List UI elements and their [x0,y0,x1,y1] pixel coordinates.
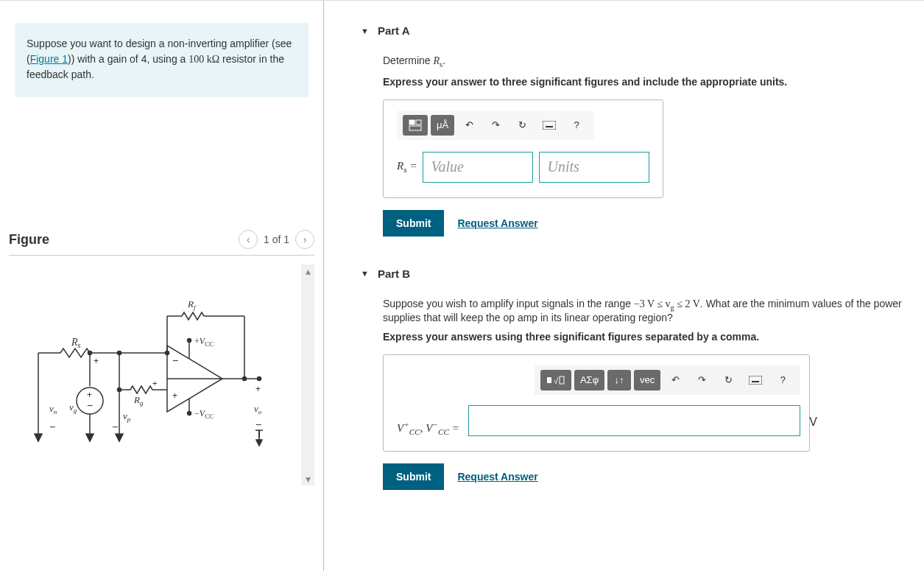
left-panel: Suppose you want to design a non-inverti… [0,1,324,571]
redo-button[interactable]: ↷ [484,115,507,136]
help-button[interactable]: ? [771,370,794,390]
part-b-title: Part B [378,267,410,280]
part-a-section: ▼ Part A Determine Rs. Express your answ… [361,15,902,237]
svg-point-51 [243,377,247,381]
svg-text:+: + [172,390,177,401]
svg-point-50 [166,351,169,355]
resistor-value: 100 kΩ [188,54,219,65]
undo-button[interactable]: ↶ [663,370,687,390]
svg-text:−: − [112,421,118,432]
reset-button[interactable]: ↻ [510,115,534,136]
sqrt-tool-button[interactable]: √ [540,370,571,390]
svg-point-39 [258,377,261,381]
units-tool-button[interactable]: μÅ [431,115,454,136]
svg-rect-67 [560,376,564,384]
figure-link[interactable]: Figure 1 [30,53,68,65]
svg-text:+: + [255,384,261,394]
help-button[interactable]: ? [565,115,588,136]
svg-text:vn: vn [49,403,57,416]
part-a-var-label: Rs = [397,160,417,174]
part-b-toolbar: √ ΑΣφ ↓↑ vec ↶ ↷ ↻ ? [535,365,800,395]
svg-text:−: − [255,418,261,430]
figure-section: Figure ‹ 1 of 1 › [9,230,314,486]
svg-text:+: + [152,379,157,388]
collapse-icon: ▼ [361,27,369,35]
svg-text:Rs: Rs [71,337,81,349]
part-a-answer-box: μÅ ↶ ↷ ↻ ? Rs = [383,99,663,198]
vec-tool-button[interactable]: vec [634,370,660,390]
svg-rect-57 [409,126,421,130]
svg-text:Rg: Rg [133,394,144,407]
part-a-instruction: Express your answer to three significant… [383,76,902,88]
figure-page-label: 1 of 1 [264,234,289,245]
part-a-title: Part A [378,24,410,37]
figure-prev-button[interactable]: ‹ [239,230,258,249]
redo-button[interactable]: ↷ [690,370,713,390]
svg-text:−: − [172,354,178,366]
part-b-unit-label: V [809,416,817,436]
svg-marker-46 [256,440,262,446]
svg-text:−: − [49,421,55,432]
figure-header: Figure ‹ 1 of 1 › [9,230,314,256]
svg-text:vg: vg [69,402,77,414]
part-a-request-answer-link[interactable]: Request Answer [457,217,537,229]
svg-text:Rf: Rf [187,298,197,311]
greek-tool-button[interactable]: ΑΣφ [574,370,604,390]
right-panel: ▼ Part A Determine Rs. Express your answ… [324,1,924,571]
svg-marker-4 [35,434,42,441]
undo-button[interactable]: ↶ [457,115,481,136]
part-b-var-label: V+CC, V−CC = [397,420,459,436]
svg-text:+: + [94,356,99,366]
svg-point-30 [188,412,191,416]
part-b-header[interactable]: ▼ Part B [361,259,902,289]
part-a-prompt: Determine Rs. [383,55,902,69]
svg-rect-65 [547,377,551,383]
scroll-down-icon[interactable]: ▾ [301,472,314,486]
svg-rect-68 [749,376,762,385]
svg-text:+: + [87,390,92,400]
svg-text:vp: vp [123,410,131,423]
part-b-prompt: Suppose you wish to amplify input signal… [383,298,902,323]
svg-rect-55 [409,120,415,125]
svg-rect-58 [543,121,556,130]
problem-text-2: )) with a gain of 4, using a [68,53,188,65]
part-b-request-answer-link[interactable]: Request Answer [457,471,537,483]
svg-text:+VCC: +VCC [194,336,214,348]
part-b-instruction: Express your answers using three signifi… [383,331,902,343]
svg-point-27 [188,339,191,343]
part-b-value-input[interactable] [468,405,800,436]
svg-text:√: √ [554,376,559,385]
value-input[interactable] [423,152,533,183]
svg-text:−: − [87,399,93,411]
svg-point-52 [88,351,92,355]
part-a-submit-button[interactable]: Submit [383,210,444,237]
svg-rect-56 [416,120,421,125]
svg-marker-14 [86,434,94,441]
units-input[interactable] [539,152,649,183]
problem-statement: Suppose you want to design a non-inverti… [15,23,308,97]
part-a-answer-row: Rs = [397,152,649,183]
figure-scrollbar[interactable]: ▴ ▾ [301,265,314,486]
figure-nav: ‹ 1 of 1 › [239,230,314,249]
part-a-header[interactable]: ▼ Part A [361,15,902,46]
figure-next-button[interactable]: › [295,230,314,249]
template-tool-button[interactable] [403,115,428,136]
collapse-icon: ▼ [361,269,369,278]
reset-button[interactable]: ↻ [716,370,740,390]
keyboard-button[interactable] [743,370,768,390]
part-b-submit-button[interactable]: Submit [383,463,444,490]
figure-title: Figure [9,232,49,248]
circuit-diagram: Rs vn − + + − [9,265,301,486]
part-a-toolbar: μÅ ↶ ↷ ↻ ? [397,111,594,140]
keyboard-button[interactable] [537,115,562,136]
part-b-answer-box: V+CC, V−CC = √ ΑΣφ ↓↑ vec ↶ ↷ ↻ [383,354,810,452]
svg-text:vo: vo [254,403,262,416]
part-b-section: ▼ Part B Suppose you wish to amplify inp… [361,259,902,490]
svg-text:−VCC: −VCC [194,408,214,420]
svg-marker-20 [116,434,123,441]
subscript-tool-button[interactable]: ↓↑ [607,370,631,390]
scroll-up-icon[interactable]: ▴ [301,265,314,278]
